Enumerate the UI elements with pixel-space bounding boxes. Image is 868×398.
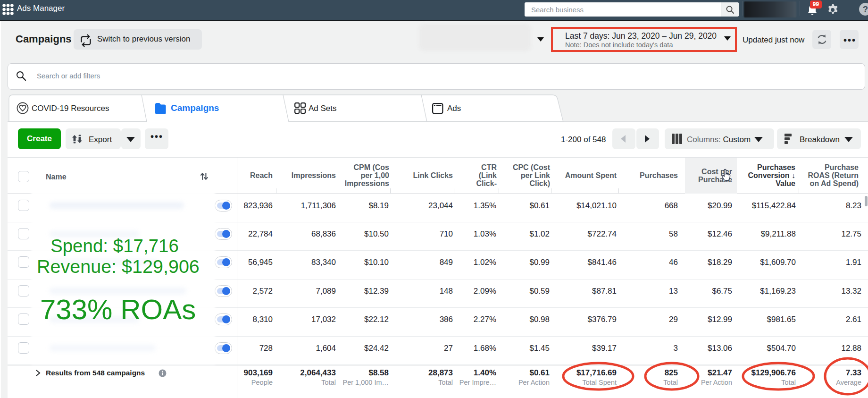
svg-text:?: ? bbox=[863, 4, 868, 14]
